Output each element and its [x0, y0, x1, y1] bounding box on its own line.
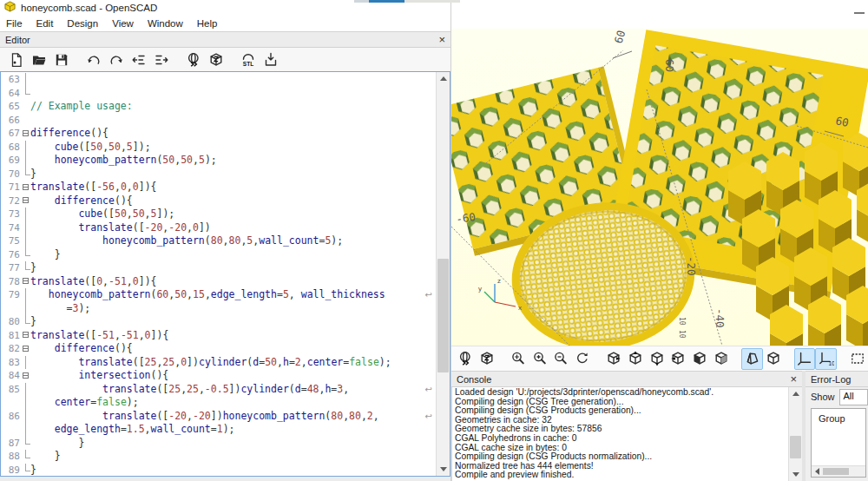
code-line[interactable]: 75 honeycomb_pattern(80,80,5,wall_count=… [1, 234, 436, 248]
code-line[interactable]: 66 [1, 114, 436, 128]
view-back-button[interactable] [710, 348, 732, 370]
code-line[interactable]: 84 intersection(){ [1, 369, 436, 383]
line-number: 89 [1, 464, 22, 477]
unindent-button[interactable] [128, 49, 150, 71]
code-text: translate([25,25,0])cylinder(d=50,h=2,ce… [30, 356, 391, 370]
menu-view[interactable]: View [112, 18, 134, 29]
menu-help[interactable]: Help [197, 18, 218, 29]
code-line[interactable]: center=false); [1, 396, 436, 410]
view-top-button[interactable] [624, 348, 646, 370]
scroll-down-icon[interactable] [789, 468, 802, 481]
console-line: Loaded design 'U:/projects/3dprinter/ope… [455, 388, 788, 398]
code-editor[interactable]: 636465// Example usage:6667difference(){… [0, 71, 450, 477]
code-line[interactable]: 69 honeycomb_pattern(50,50,5); [1, 154, 436, 168]
code-line[interactable]: 87 } [1, 437, 436, 451]
error-log-hscrollbar[interactable] [812, 465, 865, 477]
zoom-all-button[interactable] [508, 348, 529, 370]
undo-button[interactable] [82, 49, 105, 71]
filter-select[interactable]: All [839, 389, 868, 405]
code-line[interactable]: 68 cube([50,50,5]); [1, 141, 436, 155]
code-line[interactable]: 85 translate([25,25,-0.5])cylinder(d=48,… [1, 383, 436, 397]
code-line[interactable]: 63 [1, 73, 436, 87]
view-bottom-button[interactable] [646, 348, 667, 370]
menu-file[interactable]: File [6, 18, 23, 29]
show-scale-markers-button[interactable]: 10 [815, 348, 837, 370]
preview-button[interactable] [455, 348, 477, 370]
menu-window[interactable]: Window [148, 18, 183, 29]
code-line[interactable]: 86 translate([-20,-20])honeycomb_pattern… [1, 410, 436, 424]
scroll-up-icon[interactable] [789, 387, 802, 400]
preview-icon [457, 351, 473, 366]
fold-marker[interactable] [22, 181, 30, 194]
preview-button[interactable] [182, 49, 205, 71]
code-line[interactable]: 79 honeycomb_pattern(60,50,15,edge_lengt… [1, 288, 436, 302]
code-area[interactable]: 636465// Example usage:6667difference(){… [1, 72, 436, 476]
code-line[interactable]: 65// Example usage: [1, 100, 436, 114]
code-line[interactable]: 80} [1, 315, 436, 329]
code-line[interactable]: 77} [1, 261, 436, 275]
fold-marker [22, 141, 30, 155]
fold-marker[interactable] [22, 275, 30, 289]
scroll-up-icon[interactable] [437, 72, 450, 85]
code-line[interactable]: 76 } [1, 248, 436, 262]
indent-button[interactable] [150, 49, 173, 71]
3d-viewport[interactable]: 606060-60-20-401010xyz [451, 29, 868, 346]
redo-button[interactable] [105, 49, 128, 71]
code-line[interactable]: 78translate([0,-51,0]){ [1, 275, 436, 289]
fold-marker[interactable] [22, 329, 30, 343]
view-right-button[interactable] [603, 348, 625, 370]
editor-scrollbar[interactable] [436, 72, 450, 476]
code-line[interactable]: 64 [1, 87, 436, 101]
view-all-button[interactable] [846, 348, 868, 370]
line-number: 70 [1, 168, 22, 181]
code-line[interactable]: 88 } [1, 450, 436, 464]
fold-marker [22, 464, 30, 477]
fold-marker[interactable] [22, 369, 30, 383]
zoom-out-button[interactable] [550, 348, 572, 370]
view-left-button[interactable] [667, 348, 689, 370]
view-front-button[interactable] [689, 348, 711, 370]
fold-marker[interactable] [22, 127, 30, 141]
reset-view-button[interactable] [572, 348, 594, 370]
perspective-button[interactable] [741, 348, 763, 370]
3d-scene[interactable]: 606060-60-20-401010xyz [451, 29, 868, 346]
code-line[interactable]: 89} [1, 464, 436, 477]
scroll-down-icon[interactable] [437, 463, 450, 476]
console-scrollbar[interactable] [788, 387, 802, 481]
code-line[interactable]: edge_length=1.5,wall_count=1); [1, 423, 436, 437]
code-line[interactable]: 82 difference(){ [1, 342, 436, 356]
menu-edit[interactable]: Edit [36, 18, 54, 29]
orthogonal-button[interactable] [763, 348, 785, 370]
code-line[interactable]: 72 difference(){ [1, 194, 436, 208]
code-line[interactable]: 81translate([-51,-51,0]){ [1, 329, 436, 343]
code-line[interactable]: 74 translate([-20,-20,0]) [1, 221, 436, 235]
console-panel: Console × Loaded design 'U:/projects/3dp… [451, 371, 802, 481]
scroll-left-icon[interactable] [812, 466, 822, 477]
fold-marker[interactable] [22, 194, 30, 208]
code-line[interactable]: =3); [1, 302, 436, 316]
zoom-all-icon [510, 351, 526, 366]
export-stl-button[interactable]: STL [237, 49, 260, 71]
zoom-in-button[interactable] [529, 348, 550, 370]
fold-marker[interactable] [22, 342, 30, 356]
console-close-icon[interactable]: × [790, 373, 797, 385]
show-axes-button[interactable] [794, 348, 816, 370]
code-line[interactable]: 83 translate([25,25,0])cylinder(d=50,h=2… [1, 356, 436, 370]
view-bottom-icon [649, 351, 665, 366]
render-button[interactable] [477, 348, 498, 370]
code-line[interactable]: 71translate([-56,0,0]){ [1, 181, 436, 194]
code-line[interactable]: 67difference(){ [1, 127, 436, 141]
export-button[interactable] [260, 49, 282, 71]
new-file-button[interactable] [5, 49, 28, 71]
fold-marker [22, 450, 30, 464]
svg-text:10: 10 [828, 360, 833, 366]
render-button[interactable] [205, 49, 227, 71]
code-line[interactable]: 70} [1, 168, 436, 181]
editor-close-icon[interactable]: × [438, 34, 445, 45]
wrap-indicator-icon: ↩ [425, 288, 432, 302]
save-button[interactable] [50, 49, 73, 71]
menu-design[interactable]: Design [67, 18, 98, 29]
error-log-list[interactable]: Group [811, 408, 866, 478]
code-line[interactable]: 73 cube([50,50,5]); [1, 208, 436, 221]
open-button[interactable] [28, 49, 50, 71]
